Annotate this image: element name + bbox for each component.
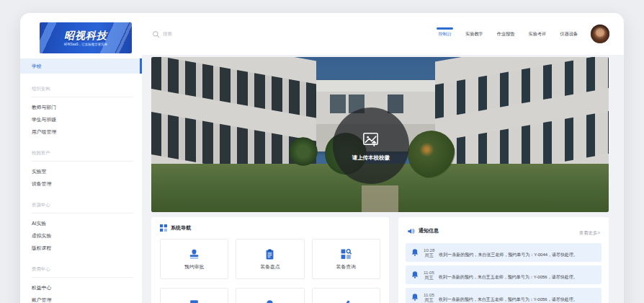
search-icon bbox=[152, 30, 160, 38]
grid-icon bbox=[160, 224, 167, 232]
card-reservation-approval[interactable]: 预约审批 bbox=[160, 239, 228, 279]
nav-card-partial[interactable] bbox=[236, 288, 304, 303]
bell-icon bbox=[411, 271, 419, 279]
system-nav-panel: 系统导航 预约审批 装备盘点 bbox=[151, 217, 389, 303]
notification-text: 收到一条新的预约，来自张三老师，预约单号为：Y-0044，请尽快处理。 bbox=[439, 246, 596, 259]
school-banner-image: 请上传本校校徽 bbox=[151, 57, 609, 212]
tab-instruments-equipment[interactable]: 仪器设备 bbox=[560, 13, 578, 55]
sidebar-item-ai-experiment[interactable]: AI实验 bbox=[20, 217, 142, 229]
notification-time: 11:05周五 bbox=[424, 292, 434, 302]
tab-experiment-evaluation[interactable]: 实验考评 bbox=[529, 13, 547, 55]
app-window: 昭视科技 昭视SaaS，让实验教学更简单 学校 组织架构 教师与部门 学生与班级… bbox=[20, 13, 624, 303]
sidebar-item-teachers-departments[interactable]: 教师与部门 bbox=[20, 101, 142, 113]
sidebar-item-device-management[interactable]: 设备管理 bbox=[20, 177, 142, 190]
sidebar-item-account-management[interactable]: 账户管理 bbox=[20, 294, 142, 303]
image-upload-icon bbox=[361, 130, 380, 149]
bottom-panels: 系统导航 预约审批 装备盘点 bbox=[151, 217, 609, 303]
sidebar-menu: 学校 组织架构 教师与部门 学生与班级 用户组管理 校园资产 实验室 设备管理 … bbox=[20, 53, 142, 303]
notification-row[interactable]: 10:28周五 收到一条新的预约，来自张三老师，预约单号为：Y-0044，请尽快… bbox=[406, 243, 601, 262]
main-column: 搜索 控制台 实验教学 作业报告 实验考评 仪器设备 bbox=[142, 13, 624, 303]
card-equipment-search[interactable]: 装备查询 bbox=[312, 239, 380, 279]
notification-row[interactable]: 11:05周五 收到一条新的预约，来自王五老师，预约单号为：Y-0056，请尽快… bbox=[406, 265, 601, 284]
top-nav: 控制台 实验教学 作业报告 实验考评 仪器设备 bbox=[438, 13, 578, 55]
notifications-panel: 通知信息 查看更多> 10:28周五 收到一条新的预约，来自张三老师，预约单号为… bbox=[398, 217, 609, 303]
nav-card-partial[interactable] bbox=[160, 288, 228, 303]
sidebar-item-students-classes[interactable]: 学生与班级 bbox=[20, 113, 142, 126]
tab-homework-reports[interactable]: 作业报告 bbox=[497, 13, 515, 55]
search-placeholder: 搜索 bbox=[163, 31, 172, 38]
bell-icon bbox=[411, 248, 419, 257]
stamp-icon bbox=[188, 248, 200, 260]
system-nav-cards-row2 bbox=[151, 286, 389, 303]
upload-school-badge-label: 请上传本校校徽 bbox=[352, 154, 390, 162]
notification-text: 收到一条新的预约，来自王五老师，预约单号为：Y-0056，请尽快处理。 bbox=[439, 291, 596, 303]
top-bar: 搜索 控制台 实验教学 作业报告 实验考评 仪器设备 bbox=[142, 13, 624, 55]
upload-school-badge-button[interactable]: 请上传本校校徽 bbox=[333, 107, 409, 184]
nav-card-partial[interactable] bbox=[312, 288, 380, 303]
content-area: 请上传本校校徽 系统导航 bbox=[142, 55, 624, 303]
logo[interactable]: 昭视科技 昭视SaaS，让实验教学更简单 bbox=[40, 22, 132, 53]
speaker-icon bbox=[407, 227, 415, 235]
system-nav-title: 系统导航 bbox=[171, 224, 191, 232]
clipboard-icon bbox=[264, 248, 276, 260]
notification-text: 收到一条新的预约，来自王五老师，预约单号为：Y-0056，请尽快处理。 bbox=[439, 268, 596, 281]
sidebar-item-user-groups[interactable]: 用户组管理 bbox=[20, 126, 142, 138]
notifications-title: 通知信息 bbox=[419, 227, 439, 234]
view-more-link[interactable]: 查看更多> bbox=[579, 224, 600, 237]
sidebar-section-billing-center: 费用中心 bbox=[32, 260, 133, 278]
sidebar-item-benefits-center[interactable]: 权益中心 bbox=[20, 281, 142, 294]
sidebar-item-licensed-courses[interactable]: 版权课程 bbox=[20, 242, 142, 254]
card-equipment-inventory[interactable]: 装备盘点 bbox=[236, 239, 304, 279]
logo-tagline: 昭视SaaS，让实验教学更简单 bbox=[64, 43, 108, 46]
notification-time: 10:28周五 bbox=[424, 247, 434, 258]
search-input[interactable]: 搜索 bbox=[152, 30, 172, 38]
sidebar: 昭视科技 昭视SaaS，让实验教学更简单 学校 组织架构 教师与部门 学生与班级… bbox=[20, 13, 142, 303]
notification-row[interactable]: 11:05周五 收到一条新的预约，来自王五老师，预约单号为：Y-0056，请尽快… bbox=[406, 288, 601, 303]
sidebar-item-virtual-experiment[interactable]: 虚拟实验 bbox=[20, 229, 142, 242]
grid-search-icon bbox=[340, 248, 352, 260]
sidebar-section-resource-center: 资源中心 bbox=[32, 196, 133, 214]
tab-console[interactable]: 控制台 bbox=[438, 13, 452, 55]
document-icon bbox=[188, 299, 200, 303]
sidebar-item-school[interactable]: 学校 bbox=[20, 58, 142, 74]
logo-title: 昭视科技 bbox=[64, 30, 107, 43]
sidebar-item-laboratory[interactable]: 实验室 bbox=[20, 165, 142, 177]
pencil-icon bbox=[340, 299, 352, 303]
notification-time: 11:05周五 bbox=[424, 270, 434, 280]
sidebar-section-organization: 组织架构 bbox=[32, 80, 133, 97]
tab-experiment-teaching[interactable]: 实验教学 bbox=[465, 13, 483, 55]
sidebar-section-campus-assets: 校园资产 bbox=[32, 144, 133, 162]
bell-icon bbox=[264, 299, 276, 303]
system-nav-cards: 预约审批 装备盘点 装备查询 bbox=[151, 237, 389, 279]
bell-icon bbox=[411, 293, 419, 302]
user-avatar[interactable] bbox=[591, 25, 609, 43]
